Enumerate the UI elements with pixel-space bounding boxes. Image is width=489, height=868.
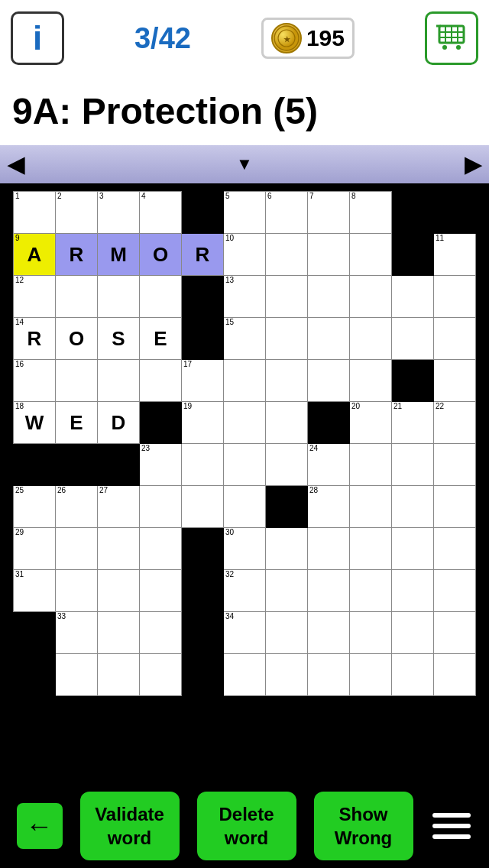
grid-cell[interactable] [350,612,392,654]
grid-cell[interactable] [266,360,308,402]
delete-word-button[interactable]: Deleteword [197,792,296,860]
scroll-down-arrow[interactable]: ▼ [236,154,253,174]
grid-cell[interactable] [56,360,98,402]
grid-cell[interactable] [224,444,266,486]
grid-cell[interactable] [350,318,392,360]
grid-cell[interactable] [224,402,266,444]
grid-cell[interactable] [182,444,224,486]
grid-cell[interactable]: 31 [14,570,56,612]
grid-cell[interactable] [140,612,182,654]
grid-cell[interactable] [140,360,182,402]
grid-cell[interactable]: 23 [140,444,182,486]
grid-cell[interactable]: 9A [14,234,56,276]
scroll-bar[interactable]: ◀ ▼ ▶ [0,145,489,183]
grid-cell[interactable]: 22 [434,402,476,444]
grid-cell[interactable]: E [140,318,182,360]
grid-cell[interactable] [98,360,140,402]
info-button[interactable]: i [11,11,64,65]
grid-cell[interactable]: 29 [14,528,56,570]
grid-cell[interactable] [350,486,392,528]
grid-cell[interactable] [56,654,98,696]
grid-cell[interactable] [140,276,182,318]
menu-button[interactable] [431,803,473,849]
grid-cell[interactable] [224,486,266,528]
grid-cell[interactable] [350,654,392,696]
grid-cell[interactable] [434,654,476,696]
grid-cell[interactable] [392,318,434,360]
grid-cell[interactable] [434,528,476,570]
grid-cell[interactable] [224,654,266,696]
grid-cell[interactable] [98,528,140,570]
grid-cell[interactable]: 24 [308,444,350,486]
grid-cell[interactable] [224,360,266,402]
grid-cell[interactable] [350,234,392,276]
grid-cell[interactable] [392,276,434,318]
grid-cell[interactable] [140,654,182,696]
grid-cell[interactable] [434,360,476,402]
grid-cell[interactable] [392,654,434,696]
grid-cell[interactable] [308,318,350,360]
show-wrong-button[interactable]: ShowWrong [314,792,413,860]
grid-cell[interactable]: O [56,318,98,360]
grid-cell[interactable]: 28 [308,486,350,528]
grid-cell[interactable] [266,612,308,654]
grid-cell[interactable] [56,528,98,570]
grid-cell[interactable] [140,570,182,612]
grid-cell[interactable]: 14R [14,318,56,360]
grid-cell[interactable]: 18W [14,402,56,444]
grid-cell[interactable] [350,570,392,612]
grid-cell[interactable] [266,234,308,276]
grid-cell[interactable] [308,570,350,612]
grid-cell[interactable] [266,528,308,570]
validate-word-button[interactable]: Validateword [80,792,180,860]
grid-cell[interactable] [308,528,350,570]
grid-cell[interactable] [266,276,308,318]
grid-cell[interactable] [392,486,434,528]
grid-cell[interactable]: 33 [56,612,98,654]
grid-cell[interactable]: 13 [224,276,266,318]
grid-cell[interactable] [434,444,476,486]
grid-cell[interactable]: R [56,234,98,276]
grid-cell[interactable]: 12 [14,276,56,318]
grid-cell[interactable] [392,528,434,570]
grid-cell[interactable]: 4 [140,192,182,234]
grid-cell[interactable]: 30 [224,528,266,570]
grid-cell[interactable] [350,276,392,318]
grid-cell[interactable]: 15 [224,318,266,360]
grid-cell[interactable] [308,612,350,654]
grid-cell[interactable]: 10 [224,234,266,276]
grid-cell[interactable]: 20 [350,402,392,444]
grid-cell[interactable]: E [56,402,98,444]
back-button[interactable]: ← [17,803,63,849]
grid-cell[interactable] [434,612,476,654]
grid-cell[interactable]: 25 [14,486,56,528]
grid-cell[interactable]: 11 [434,234,476,276]
grid-cell[interactable] [308,360,350,402]
grid-cell[interactable] [434,276,476,318]
grid-cell[interactable]: R [182,234,224,276]
grid-cell[interactable]: 17 [182,360,224,402]
grid-cell[interactable] [140,528,182,570]
grid-cell[interactable]: 27 [98,486,140,528]
grid-cell[interactable]: 1 [14,192,56,234]
grid-cell[interactable] [350,444,392,486]
grid-cell[interactable]: 7 [308,192,350,234]
grid-cell[interactable] [266,654,308,696]
scroll-right-arrow[interactable]: ▶ [465,152,481,177]
grid-cell[interactable]: O [140,234,182,276]
grid-cell[interactable]: D [98,402,140,444]
grid-cell[interactable] [266,444,308,486]
grid-cell[interactable] [308,234,350,276]
grid-cell[interactable]: M [98,234,140,276]
grid-cell[interactable]: 5 [224,192,266,234]
grid-cell[interactable]: 21 [392,402,434,444]
scroll-left-arrow[interactable]: ◀ [8,152,24,177]
grid-cell[interactable] [266,570,308,612]
grid-cell[interactable] [98,654,140,696]
cart-button[interactable] [425,11,478,65]
grid-cell[interactable] [308,654,350,696]
grid-cell[interactable] [266,402,308,444]
grid-cell[interactable] [308,276,350,318]
grid-cell[interactable] [56,570,98,612]
grid-cell[interactable] [98,612,140,654]
